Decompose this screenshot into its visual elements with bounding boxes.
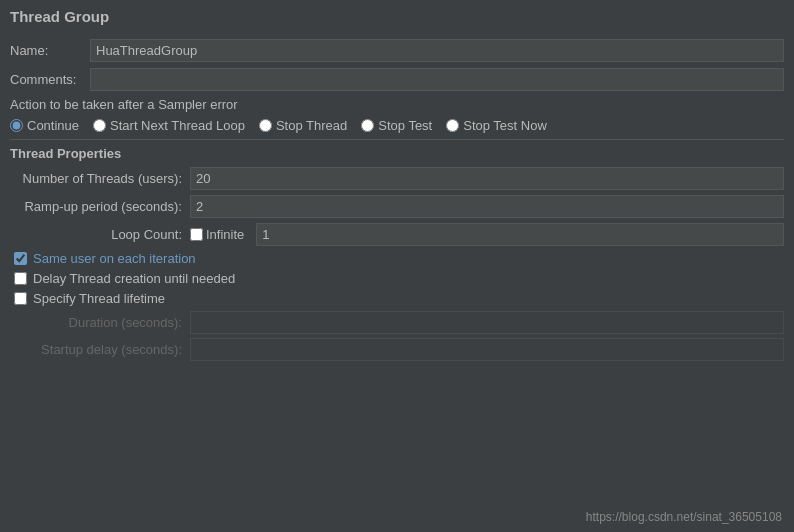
radio-stop-test[interactable]: Stop Test xyxy=(361,118,432,133)
footer-url: https://blog.csdn.net/sinat_36505108 xyxy=(586,510,782,524)
infinite-checkbox[interactable] xyxy=(190,228,203,241)
delay-creation-label: Delay Thread creation until needed xyxy=(33,271,235,286)
duration-label: Duration (seconds): xyxy=(10,315,190,330)
name-row: Name: xyxy=(10,39,784,62)
main-container: Thread Group Name: Comments: Action to b… xyxy=(0,0,794,532)
delay-creation-row: Delay Thread creation until needed xyxy=(10,271,784,286)
radio-stop-thread[interactable]: Stop Thread xyxy=(259,118,347,133)
ramp-up-label: Ramp-up period (seconds): xyxy=(10,199,190,214)
radio-continue[interactable]: Continue xyxy=(10,118,79,133)
specify-lifetime-row: Specify Thread lifetime xyxy=(10,291,784,306)
same-user-checkbox[interactable] xyxy=(14,252,27,265)
loop-count-row: Loop Count: Infinite xyxy=(10,223,784,246)
duration-input xyxy=(190,311,784,334)
action-section-label: Action to be taken after a Sampler error xyxy=(10,97,784,112)
duration-row: Duration (seconds): xyxy=(10,311,784,334)
comments-label: Comments: xyxy=(10,72,90,87)
name-label: Name: xyxy=(10,43,90,58)
startup-delay-row: Startup delay (seconds): xyxy=(10,338,784,361)
num-threads-input[interactable] xyxy=(190,167,784,190)
num-threads-label: Number of Threads (users): xyxy=(10,171,190,186)
divider xyxy=(10,139,784,140)
comments-input[interactable] xyxy=(90,68,784,91)
specify-lifetime-label: Specify Thread lifetime xyxy=(33,291,165,306)
infinite-label: Infinite xyxy=(206,227,244,242)
same-user-label: Same user on each iteration xyxy=(33,251,196,266)
same-user-row: Same user on each iteration xyxy=(10,251,784,266)
radio-stop-test-now[interactable]: Stop Test Now xyxy=(446,118,547,133)
action-radio-group: Continue Start Next Thread Loop Stop Thr… xyxy=(10,118,784,133)
name-input[interactable] xyxy=(90,39,784,62)
startup-delay-input xyxy=(190,338,784,361)
thread-properties-title: Thread Properties xyxy=(10,146,784,161)
startup-delay-label: Startup delay (seconds): xyxy=(10,342,190,357)
ramp-up-row: Ramp-up period (seconds): xyxy=(10,195,784,218)
specify-lifetime-checkbox[interactable] xyxy=(14,292,27,305)
loop-count-label: Loop Count: xyxy=(10,227,190,242)
comments-row: Comments: xyxy=(10,68,784,91)
infinite-checkbox-container: Infinite xyxy=(190,227,250,242)
panel-title: Thread Group xyxy=(10,8,784,29)
num-threads-row: Number of Threads (users): xyxy=(10,167,784,190)
loop-count-input[interactable] xyxy=(256,223,784,246)
delay-creation-checkbox[interactable] xyxy=(14,272,27,285)
ramp-up-input[interactable] xyxy=(190,195,784,218)
radio-start-next[interactable]: Start Next Thread Loop xyxy=(93,118,245,133)
